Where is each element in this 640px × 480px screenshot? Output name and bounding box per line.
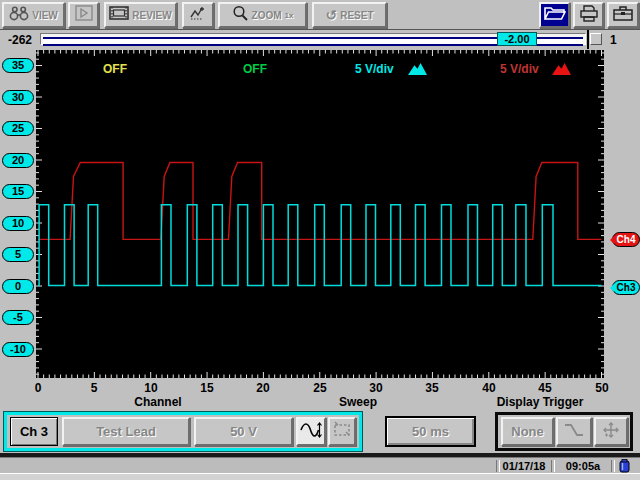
graph-zoom-icon [189, 5, 207, 25]
binoculars-icon [9, 6, 29, 25]
x-axis-label-25: 25 [307, 381, 333, 395]
status-bar: 01/17/18 09:05a [0, 457, 640, 474]
page-number: 1 [610, 33, 617, 47]
scope-link-icon [332, 421, 352, 443]
x-axis-label-20: 20 [250, 381, 276, 395]
trigger-position-button[interactable] [594, 417, 628, 446]
scale-button[interactable]: 50 V [194, 417, 293, 446]
channel-status-3: 5 V/div [355, 62, 394, 76]
position-bar: -262 -2.00 1 [0, 30, 640, 50]
y-axis-label-0: 0 [2, 279, 34, 294]
view-label: VIEW [32, 10, 58, 21]
trigger-mode-button[interactable]: None [501, 417, 554, 446]
sweep-button[interactable]: 50 ms [385, 416, 476, 447]
view-button[interactable]: VIEW [2, 2, 65, 28]
cursor-position-value: -2.00 [497, 32, 537, 46]
x-axis-label-30: 30 [363, 381, 389, 395]
status-separator [551, 460, 555, 472]
scale-marker-icon [552, 63, 571, 75]
x-axis-label-10: 10 [138, 381, 164, 395]
y-axis-label-20: 20 [2, 153, 34, 168]
x-axis-label-40: 40 [476, 381, 502, 395]
x-axis-label-5: 5 [81, 381, 107, 395]
slider-handle[interactable] [590, 33, 602, 45]
probe-button[interactable]: Test Lead [62, 417, 190, 446]
scope-screen: VIEW REVIEW [0, 0, 640, 480]
waveform-plot: OFFOFF5 V/div5 V/div [36, 50, 604, 378]
x-axis-label-15: 15 [194, 381, 220, 395]
x-axis-label-0: 0 [25, 381, 51, 395]
trace [38, 163, 602, 240]
display-trigger-section-label: Display Trigger [497, 395, 584, 409]
file-button[interactable] [539, 2, 570, 28]
scale-label: 50 V [230, 424, 257, 439]
slider-handle-line [587, 30, 589, 49]
y-axis-label-25: 25 [2, 121, 34, 136]
printer-icon [579, 5, 599, 26]
channel-section-label: Channel [134, 395, 181, 409]
status-date: 01/17/18 [503, 460, 546, 472]
review-button[interactable]: REVIEW [104, 2, 177, 28]
review-label: REVIEW [132, 10, 171, 21]
channel-status-4: 5 V/div [500, 62, 539, 76]
zoom-button[interactable]: ZOOM 1x [218, 2, 307, 28]
channel-status-2: OFF [243, 62, 267, 76]
status-separator [496, 460, 500, 472]
print-button[interactable] [573, 2, 604, 28]
screen-bottom-edge [0, 474, 640, 480]
y-axis-label-35: 35 [2, 58, 34, 73]
reset-button[interactable]: ↺ RESET [312, 2, 387, 28]
ch3-position-marker[interactable]: Ch3 [612, 280, 640, 295]
zoom-label: ZOOM [252, 10, 282, 21]
x-axis-label-50: 50 [589, 381, 615, 395]
x-axis-label-45: 45 [532, 381, 558, 395]
scale-marker-icon [408, 63, 427, 75]
film-icon [109, 6, 129, 24]
y-axis-label--10: -10 [2, 342, 34, 357]
graph-zoom-button[interactable] [182, 2, 214, 28]
trigger-mode-label: None [511, 424, 544, 439]
scope-link-button[interactable] [328, 417, 356, 446]
channel-select-label: Ch 3 [20, 424, 48, 439]
move-cross-icon [601, 421, 621, 443]
trigger-slope-button[interactable] [556, 417, 592, 446]
y-axis-label-10: 10 [2, 216, 34, 231]
zoom-factor-label: 1x [285, 11, 294, 20]
y-axis-label-5: 5 [2, 247, 34, 262]
channel-status-1: OFF [103, 62, 127, 76]
reset-label: RESET [340, 10, 373, 21]
position-left-value: -262 [8, 33, 32, 47]
waveform-canvas [36, 50, 604, 378]
reset-arrows-icon: ↺ [325, 7, 337, 23]
y-axis-label-15: 15 [2, 184, 34, 199]
status-separator [611, 460, 615, 472]
status-time: 09:05a [566, 460, 600, 472]
probe-label: Test Lead [96, 424, 156, 439]
magnifier-icon [232, 5, 249, 26]
y-axis-label-30: 30 [2, 90, 34, 105]
toolbox-icon [613, 5, 633, 25]
toolbar: VIEW REVIEW [0, 0, 640, 30]
folder-icon [544, 5, 566, 25]
x-axis-label-35: 35 [419, 381, 445, 395]
sweep-label: 50 ms [412, 424, 449, 439]
waveform-style-button[interactable] [296, 417, 326, 446]
toolbox-button[interactable] [607, 2, 639, 28]
control-bar: Ch 3 Test Lead 50 V 50 ms None [0, 410, 640, 453]
play-icon [75, 5, 93, 25]
channel-select-button[interactable]: Ch 3 [10, 417, 58, 446]
y-axis-label--5: -5 [2, 310, 34, 325]
falling-slope-icon [563, 422, 585, 442]
play-button[interactable] [68, 2, 99, 28]
sweep-section-label: Sweep [339, 395, 377, 409]
ch4-position-marker[interactable]: Ch4 [612, 232, 640, 247]
sine-wave-icon [300, 421, 322, 443]
